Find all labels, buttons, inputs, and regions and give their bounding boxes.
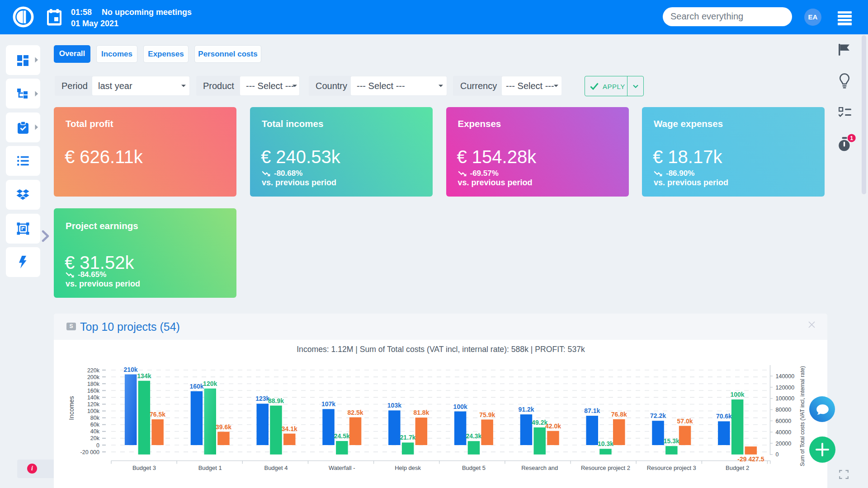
svg-text:Budget 5: Budget 5	[462, 465, 486, 471]
svg-text:210k: 210k	[124, 366, 138, 373]
svg-text:82.5k: 82.5k	[348, 409, 363, 416]
svg-text:91.2k: 91.2k	[518, 406, 534, 413]
svg-text:220k: 220k	[87, 367, 100, 374]
svg-text:Resource project 3: Resource project 3	[647, 465, 696, 471]
svg-text:70.6k: 70.6k	[716, 413, 732, 420]
svg-text:80000: 80000	[776, 407, 792, 413]
svg-text:39.6k: 39.6k	[216, 423, 231, 431]
svg-text:Waterfall -: Waterfall -	[329, 465, 355, 471]
svg-text:10.3k: 10.3k	[598, 440, 613, 447]
svg-text:76.8k: 76.8k	[611, 411, 627, 418]
svg-text:Budget 2: Budget 2	[726, 465, 749, 471]
svg-text:100k: 100k	[87, 408, 100, 414]
svg-text:76.5k: 76.5k	[150, 411, 165, 418]
svg-text:Budget 1: Budget 1	[198, 465, 222, 471]
svg-text:160k: 160k	[189, 383, 203, 390]
svg-text:-29 427.5: -29 427.5	[737, 455, 764, 463]
svg-text:40000: 40000	[776, 429, 792, 436]
svg-text:0: 0	[96, 442, 99, 449]
svg-text:88.9k: 88.9k	[268, 397, 284, 404]
svg-text:34.1k: 34.1k	[282, 425, 297, 432]
svg-text:15.3k: 15.3k	[664, 437, 679, 445]
svg-text:20k: 20k	[90, 435, 100, 441]
svg-text:Research and: Research and	[521, 465, 558, 471]
svg-text:100k: 100k	[731, 391, 745, 398]
svg-text:123k: 123k	[255, 395, 269, 402]
svg-text:40k: 40k	[90, 428, 100, 435]
svg-text:120k: 120k	[203, 380, 217, 387]
svg-text:Help desk: Help desk	[395, 465, 421, 471]
svg-text:-20 000: -20 000	[80, 449, 99, 455]
svg-text:Sum of Total costs (VAT incl,: Sum of Total costs (VAT incl, internal r…	[799, 366, 806, 466]
svg-text:Resource project 2: Resource project 2	[581, 465, 630, 471]
svg-text:20000: 20000	[776, 441, 792, 447]
svg-text:180k: 180k	[87, 381, 100, 387]
svg-text:160k: 160k	[87, 388, 100, 394]
svg-text:200k: 200k	[87, 374, 100, 380]
svg-text:120k: 120k	[87, 401, 100, 408]
svg-text:107k: 107k	[321, 400, 335, 408]
svg-text:21.7k: 21.7k	[400, 434, 416, 441]
svg-text:Budget 4: Budget 4	[264, 465, 288, 471]
svg-text:57.0k: 57.0k	[677, 418, 693, 425]
svg-text:120000: 120000	[776, 385, 795, 391]
svg-text:1: 1	[850, 135, 853, 141]
svg-text:75.9k: 75.9k	[479, 411, 495, 418]
svg-text:72.2k: 72.2k	[650, 412, 666, 419]
svg-text:100k: 100k	[453, 403, 467, 410]
svg-text:24.3k: 24.3k	[466, 432, 481, 440]
svg-text:60000: 60000	[776, 418, 792, 424]
svg-text:80k: 80k	[90, 415, 100, 421]
svg-text:140000: 140000	[776, 373, 795, 380]
svg-text:60k: 60k	[90, 422, 100, 428]
svg-text:Incomes: Incomes	[68, 396, 75, 420]
svg-text:103k: 103k	[387, 402, 401, 409]
svg-text:87.1k: 87.1k	[584, 407, 600, 414]
svg-text:140k: 140k	[87, 394, 100, 401]
svg-text:134k: 134k	[137, 372, 151, 380]
svg-text:42.0k: 42.0k	[545, 422, 561, 430]
svg-text:81.8k: 81.8k	[413, 409, 429, 416]
svg-text:Budget 3: Budget 3	[132, 465, 156, 471]
svg-text:100000: 100000	[776, 395, 795, 402]
svg-text:24.5k: 24.5k	[334, 432, 350, 440]
svg-text:0: 0	[776, 451, 779, 458]
